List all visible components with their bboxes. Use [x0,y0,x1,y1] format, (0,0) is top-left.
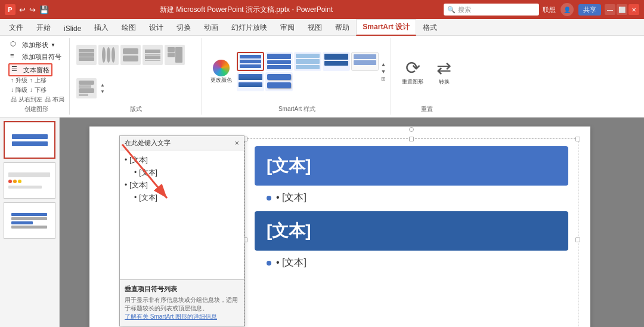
slide-panel: 1 2 [0,118,60,327]
text-pane-text-4[interactable]: [文本] [139,193,157,203]
tab-review[interactable]: 审阅 [274,20,301,35]
dropdown-icon: ▼ [51,42,55,48]
style-box-7[interactable] [265,72,293,91]
thumb-2-line [8,186,42,189]
group-layouts-label: 版式 [130,104,142,113]
styles-more[interactable]: ⊞ [381,76,386,82]
ribbon-tabs: 文件 开始 iSlide 插入 绘图 设计 切换 动画 幻灯片放映 审阅 视图 … [0,19,644,36]
text-pane-text-3[interactable]: [文本] [129,180,148,190]
upgrade-button[interactable]: ↑ 升级 [11,76,27,85]
tab-help[interactable]: 帮助 [329,20,356,35]
smartart-header-1[interactable]: [文本] [255,146,568,186]
layout-item-5[interactable] [165,45,185,65]
color-wheel-icon [213,60,230,76]
tab-islide[interactable]: iSlide [57,21,88,35]
text-pane-item-2: • [文本] [125,168,239,178]
slide-thumb-content-1 [6,124,54,156]
thumb-text-3 [11,213,47,229]
layout-item-4[interactable] [143,45,163,65]
right-to-left-button[interactable]: 品 从右到左 [11,95,42,104]
layout-item-6[interactable] [76,78,97,98]
thumb-line-1b [12,141,48,146]
layout-item-1[interactable] [76,45,97,65]
quick-access-undo[interactable]: ↩ [19,5,26,14]
tab-smartart-design[interactable]: SmartArt 设计 [356,19,416,36]
slide-thumb-2[interactable] [4,162,55,199]
tab-file[interactable]: 文件 [2,20,30,35]
styles-scroll-up[interactable]: ▲ [381,61,386,67]
footer-link[interactable]: 了解有关 SmartArt 图形的详细信息 [125,313,239,321]
tab-view[interactable]: 视图 [301,20,329,35]
tab-slideshow[interactable]: 幻灯片放映 [225,20,274,35]
styles-scroll-down[interactable]: ▼ [381,69,386,75]
smartart-container[interactable]: [文本] • [文本] [文本] • [文本] [244,138,578,327]
add-bullet-button[interactable]: ≡ 添加项目符号 [8,51,63,62]
search-box[interactable]: 🔍 搜索 [444,4,539,16]
quick-access-save[interactable]: 💾 [39,5,49,14]
layout-item-3[interactable] [120,45,141,65]
rotate-handle[interactable] [409,127,414,132]
thumb-lines-1 [12,134,48,146]
tab-animation[interactable]: 动画 [197,20,225,35]
close-button[interactable]: ✕ [628,4,639,15]
add-shape-button[interactable]: ⬡ 添加形状 ▼ [8,39,57,50]
slide-thumb-content-2 [5,164,53,197]
text-pane-close-button[interactable]: × [234,138,239,147]
style-box-3[interactable] [294,52,321,71]
bullet-4: • [134,193,137,202]
smartart-sub-label-1: • [文本] [276,192,306,204]
handle-tc[interactable] [409,137,414,141]
minimize-button[interactable]: — [605,4,615,15]
thumb-text-3d [11,226,47,229]
text-pane-text-2[interactable]: [文本] [139,168,157,178]
layout-item-2[interactable] [98,45,119,65]
handle-mr[interactable] [575,237,580,242]
slide-thumb-wrapper-2: 2 [4,162,55,199]
tab-design[interactable]: 设计 [143,20,170,35]
thumb-text-3a [11,213,47,216]
slide-area-wrapper: [文本] • [文本] [文本] • [文本] [60,118,644,327]
tab-home[interactable]: 开始 [30,20,57,35]
thumb-line-1a [12,134,48,139]
layout-scroll-button[interactable]: ▲ ▼ [98,78,107,98]
restore-button[interactable]: ⬜ [617,4,627,15]
tab-transition[interactable]: 切换 [170,20,197,35]
slide-thumb-wrapper-3: 3 [4,202,55,239]
slide-thumb-1[interactable] [4,121,55,159]
handle-tr[interactable] [575,137,580,141]
text-pane-footer: 垂直项目符号列表 用于显示非有序信息块或分组信息块，适用于标题较长的列表或顶层信… [120,279,244,326]
thumb-dot-2b [13,180,17,183]
style-box-2[interactable] [265,52,293,71]
user-avatar[interactable]: 👤 [561,3,574,16]
smartart-header-2[interactable]: [文本] [255,211,568,251]
smartart-row-1: [文本] • [文本] [255,146,568,208]
share-button[interactable]: 共享 [578,4,601,16]
smartart-subtext-2: • [文本] [255,253,568,273]
change-color-button[interactable]: 更改颜色 [208,58,234,85]
thumb-2-header [8,172,50,177]
bullet-3: • [125,181,127,189]
group-create-graphic-content: ⬡ 添加形状 ▼ ≡ 添加项目符号 ☰ 文本窗格 [8,39,64,76]
downgrade-button[interactable]: ↓ 降级 [11,86,27,94]
text-pane-button[interactable]: ☰ 文本窗格 [8,63,52,76]
tab-insert[interactable]: 插入 [88,20,115,35]
text-pane-text-1[interactable]: [文本] [129,155,148,165]
slide-thumb-wrapper-1: 1 [4,121,55,159]
reset-layout-button[interactable]: ⟳ 重置图形 [397,55,428,88]
move-up-button[interactable]: ↑ 上移 [30,76,47,85]
title-bar-left: P ↩ ↪ 💾 [5,4,49,15]
style-box-5[interactable] [351,52,379,71]
convert-button[interactable]: ⇄ 转换 [432,55,456,88]
bullet-2: • [134,168,137,177]
style-box-6[interactable] [237,72,264,91]
tab-draw[interactable]: 绘图 [115,20,143,35]
layout-button[interactable]: 品 布局 [45,95,64,104]
slide-thumb-3[interactable] [4,202,55,239]
tab-format[interactable]: 格式 [416,20,444,35]
style-box-4[interactable] [323,52,350,71]
group-create-graphic: ⬡ 添加形状 ▼ ≡ 添加项目符号 ☰ 文本窗格 ↑ 升级 ↑ 上移 [4,38,70,115]
move-down-button[interactable]: ↓ 下移 [30,86,47,94]
text-pane: 在此处键入文字 × • [文本] • [文本] • [文本] [119,135,244,326]
quick-access-redo[interactable]: ↪ [29,5,36,14]
style-box-1[interactable] [237,52,264,71]
